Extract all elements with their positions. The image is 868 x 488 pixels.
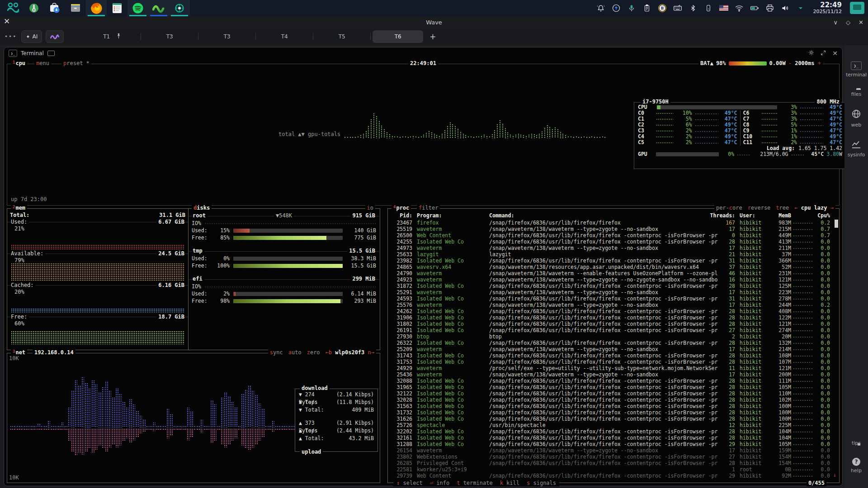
col-program[interactable]: Program: (412, 212, 483, 219)
process-row[interactable]: 32088Isolated Web Co/snap/firefox/6836/u… (390, 378, 834, 384)
archive-manager-dock-icon[interactable] (65, 0, 86, 16)
proc-scrollbar-thumb[interactable] (835, 220, 838, 228)
proc-reverse-toggle[interactable]: reverse (748, 205, 771, 211)
tab-t4-3[interactable]: T4 (258, 30, 311, 43)
bluetooth-icon[interactable] (688, 3, 698, 14)
process-row[interactable]: 26322Isolated Web Co/snap/firefox/6836/u… (390, 340, 834, 346)
clock[interactable]: 22:49 2025/11/12 (813, 2, 842, 14)
process-row[interactable]: 25209waveterm/snap/waveterm/138/waveterm… (390, 346, 834, 352)
disks-io-toggle[interactable]: io (365, 205, 375, 211)
process-row[interactable]: 22581kworker/u25:3+i91root0B0.0 (390, 466, 834, 473)
widget-help[interactable]: ?help (851, 458, 862, 474)
firefox-dock-icon[interactable] (86, 0, 107, 16)
phone-link-icon[interactable] (703, 3, 714, 14)
window-close-icon[interactable]: ✕ (859, 19, 863, 26)
media-playback-icon[interactable] (657, 3, 668, 14)
net-zero-toggle[interactable]: zero (307, 349, 320, 356)
tweaks-dock-icon[interactable] (24, 0, 44, 16)
process-row[interactable]: 23982Isolated Web Co/snap/firefox/6836/u… (390, 258, 834, 264)
process-row[interactable]: 31288Isolated Web Co/snap/firefox/6836/u… (390, 441, 834, 447)
process-row[interactable]: 31563Isolated Web Co/snap/firefox/6836/u… (390, 403, 834, 409)
keyboard-layout-us-flag[interactable] (718, 3, 729, 14)
process-row[interactable]: 32161Isolated Web Co/snap/firefox/6836/u… (390, 435, 834, 441)
proc-action-select[interactable]: ↕ select (395, 480, 424, 486)
tab-overflow-menu[interactable]: ••• (5, 33, 17, 40)
process-row[interactable]: 31753Isolated Web Co/snap/firefox/6836/u… (390, 359, 834, 365)
process-row[interactable]: 25519waveterm/snap/waveterm/138/waveterm… (390, 226, 834, 232)
process-row[interactable]: 25436waveterm/snap/waveterm/138/waveterm… (390, 371, 834, 378)
col-pid[interactable]: Pid: (390, 212, 412, 219)
microphone-icon[interactable] (626, 3, 637, 14)
net-sync-toggle[interactable]: sync (270, 349, 283, 356)
volume-icon[interactable] (780, 3, 791, 14)
process-row[interactable]: 24865wavesrv.x64/snap/waveterm/138/resou… (390, 264, 834, 270)
process-row[interactable]: 25726spectacle/usr/bin/spectacle12hibiki… (390, 422, 834, 428)
window-minimize-icon[interactable]: ∨ (834, 19, 838, 26)
window-maximize-icon[interactable]: ◇ (846, 19, 850, 26)
col-user[interactable]: User: (735, 212, 769, 219)
clipboard-icon[interactable] (642, 3, 652, 14)
process-row[interactable]: 25291waveterm/snap/waveterm/138/waveterm… (390, 289, 834, 296)
process-row[interactable]: 24255Isolated Web Co/snap/firefox/6836/u… (390, 239, 834, 245)
net-auto-toggle[interactable]: auto (288, 349, 302, 356)
process-row[interactable]: 32122Isolated Web Co/snap/firefox/6836/u… (390, 390, 834, 397)
process-row[interactable]: 26285Privileged Cont/snap/firefox/6836/u… (390, 460, 834, 466)
block-close-icon[interactable]: ✕ (832, 50, 838, 57)
tab-t3-1[interactable]: T3 (143, 30, 196, 43)
process-row[interactable]: 25633lazygitlazygit21hibikit37M0.0 (390, 251, 834, 258)
widget-sysinfo[interactable]: sysinfo (846, 140, 867, 158)
process-row[interactable]: 31802Isolated Web Co/snap/firefox/6836/u… (390, 321, 834, 327)
tab-t5-4[interactable]: T5 (315, 30, 368, 43)
wifi-icon[interactable] (734, 3, 745, 14)
col-command[interactable]: Command: (483, 212, 703, 219)
software-update-icon[interactable] (611, 3, 622, 14)
process-row[interactable]: 26191Isolated Web Co/snap/firefox/6836/u… (390, 327, 834, 333)
process-row[interactable]: 23802WebExtensions/snap/firefox/6836/usr… (390, 454, 834, 460)
proc-tree-toggle[interactable]: tree (776, 205, 789, 211)
block-expand-icon[interactable] (821, 50, 826, 57)
process-row[interactable]: 27930btopbtop2hibikit20M0.0 (390, 333, 834, 340)
process-row[interactable]: 31743Isolated Web Co/snap/firefox/6836/u… (390, 352, 834, 359)
tab-t3-2[interactable]: T3 (200, 30, 254, 43)
proc-sort-switcher[interactable]: ← cpu lazy → (794, 205, 834, 211)
process-row[interactable]: 24790waveterm/snap/waveterm/138/waveterm… (390, 270, 834, 277)
process-row[interactable]: 32028Isolated Web Co/snap/firefox/6836/u… (390, 397, 834, 403)
col-mem[interactable]: MemB (769, 212, 791, 219)
new-tab-button[interactable]: + (429, 32, 436, 41)
proc-action-terminate[interactable]: t terminate (455, 480, 494, 486)
keyboard-icon[interactable] (672, 3, 683, 14)
ai-button[interactable]: ✦AI (21, 30, 42, 43)
proc-action-signals[interactable]: s signals (525, 480, 557, 486)
widget-tips[interactable]: tips (851, 438, 862, 446)
user-avatar[interactable] (850, 2, 864, 14)
spotify-dock-icon[interactable] (127, 0, 148, 16)
screenshot-tool-dock-icon[interactable] (169, 0, 190, 16)
proc-filter-button[interactable]: filter (417, 205, 440, 211)
process-row[interactable]: 32202Isolated Web Co/snap/firefox/6836/u… (390, 428, 834, 435)
net-interface-switcher[interactable]: ←b wlp0s20f3 n→ (326, 349, 374, 356)
notes-dock-icon[interactable] (107, 0, 127, 16)
wave-terminal-dock-icon[interactable] (148, 0, 169, 16)
block-settings-gear-icon[interactable] (808, 50, 814, 57)
col-threads[interactable]: Threads: (703, 212, 735, 219)
tab-t1-0[interactable]: T1 (85, 30, 139, 43)
btop-menu-button[interactable]: menu (34, 60, 51, 66)
process-row[interactable]: 26500Web Content/snap/firefox/6836/usr/l… (390, 232, 834, 239)
process-row[interactable]: 24929waveterm/proc/self/exe --type=utili… (390, 365, 834, 371)
process-row[interactable]: 25576waveterm/snap/waveterm/138/waveterm… (390, 302, 834, 308)
process-row[interactable]: 31626Isolated Web Co/snap/firefox/6836/u… (390, 416, 834, 422)
btop-preset-button[interactable]: preset * (61, 60, 91, 66)
process-row[interactable]: 26154waveterm/snap/waveterm/138/waveterm… (390, 447, 834, 454)
process-row[interactable]: 24593Isolated Web Co/snap/firefox/6836/u… (390, 296, 834, 302)
software-store-dock-icon[interactable] (44, 0, 65, 16)
interval-control[interactable]: - 2000ms + (788, 60, 821, 66)
proc-percore-toggle[interactable]: per-core (716, 205, 742, 211)
disks-box-title[interactable]: disks (192, 205, 212, 211)
tray-chevron-icon[interactable] (795, 3, 806, 14)
widget-web[interactable]: web (846, 109, 867, 128)
battery-icon[interactable] (749, 3, 760, 14)
process-row[interactable]: 24923waveterm/snap/waveterm/138/waveterm… (390, 277, 834, 283)
process-row[interactable]: 24973waveterm/snap/waveterm/138/waveterm… (390, 245, 834, 251)
cpu-graph-mode-label[interactable]: total ▲▼ gpu-totals (278, 131, 340, 137)
col-cpu[interactable]: Cpu% (814, 212, 834, 219)
